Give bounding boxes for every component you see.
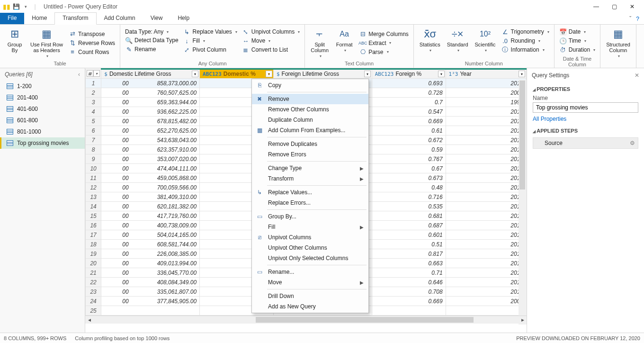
cell-foreign-pct[interactable] [372, 306, 446, 316]
cell-year[interactable]: 2011 [446, 192, 526, 202]
type-icon[interactable]: $ [277, 71, 280, 77]
hscroll-right-icon[interactable]: ▸ [519, 316, 527, 324]
format-button[interactable]: AaFormat [333, 27, 355, 59]
cell-year[interactable]: 2018 [446, 287, 526, 297]
cell-foreign-pct[interactable]: 0.61 [372, 126, 446, 135]
cell-year[interactable]: 2019 [446, 164, 526, 173]
type-icon[interactable]: $ [104, 71, 107, 77]
cell-domestic-gross[interactable]: 00 700,059,566.00 [101, 183, 200, 192]
menu-item-unpivot-other-columns[interactable]: Unpivot Other Columns [252, 243, 368, 253]
cell-foreign-pct[interactable]: 0.716 [372, 192, 446, 202]
scientific-button[interactable]: 10²Scientific [473, 27, 498, 55]
split-column-button[interactable]: ⫟Split Column [309, 27, 331, 59]
queries-collapse-icon[interactable]: ‹ [78, 71, 80, 78]
cell-domestic-gross[interactable]: 00 936,662,225.00 [101, 107, 200, 117]
save-icon[interactable]: 💾 [12, 3, 20, 10]
menu-item-add-column-from-examples[interactable]: ▦Add Column From Examples... [252, 125, 368, 135]
cell-foreign-pct[interactable]: 0.767 [372, 154, 446, 164]
tab-help[interactable]: Help [170, 13, 197, 24]
tab-view[interactable]: View [143, 13, 170, 24]
date-button[interactable]: 📅Date [558, 27, 596, 36]
cell-domestic-gross[interactable]: 00 543,638,043.00 [101, 135, 200, 145]
tab-add-column[interactable]: Add Column [97, 13, 143, 24]
menu-item-duplicate-column[interactable]: Duplicate Column [252, 115, 368, 125]
cell-foreign-pct[interactable]: 0.48 [372, 183, 446, 192]
menu-item-remove-duplicates[interactable]: Remove Duplicates [252, 139, 368, 149]
query-name-input[interactable] [533, 102, 638, 113]
cell-domestic-gross[interactable]: 00 760,507,625.00 [101, 88, 200, 98]
query-item[interactable]: 801-1000 [0, 126, 85, 137]
use-first-row-headers-button[interactable]: ▦ Use First Row as Headers [28, 27, 65, 59]
cell-year[interactable]: 2018 [446, 211, 526, 221]
gear-icon[interactable]: ⚙ [630, 140, 635, 146]
query-item[interactable]: 601-800 [0, 115, 85, 126]
cell-domestic-gross[interactable]: 00 226,008,385.00 [101, 249, 200, 259]
applied-step-source[interactable]: Source ⚙ [533, 137, 638, 149]
cell-year[interactable]: 2015 [446, 154, 526, 164]
cell-year[interactable]: 2017 [446, 230, 526, 240]
cell-foreign-pct[interactable]: 0.673 [372, 173, 446, 183]
cell-year[interactable]: 2015 [446, 268, 526, 278]
column-header-year[interactable]: 1²3Year▾ [446, 69, 526, 79]
move-button[interactable]: ↔Move [241, 36, 301, 45]
cell-domestic-gross[interactable]: 00 678,815,482.00 [101, 117, 200, 126]
cell-year[interactable] [446, 306, 526, 316]
rename-button[interactable]: ✎Rename [124, 45, 179, 54]
cell-domestic-gross[interactable]: 00 652,270,625.00 [101, 126, 200, 135]
maximize-button[interactable]: ▢ [611, 3, 617, 10]
cell-domestic-gross[interactable]: 00 504,014,165.00 [101, 230, 200, 240]
cell-year[interactable]: 2003 [446, 297, 526, 306]
cell-foreign-pct[interactable]: 0.535 [372, 202, 446, 211]
query-item[interactable]: 1-200 [0, 81, 85, 92]
cell-foreign-pct[interactable]: 0.59 [372, 145, 446, 154]
menu-item-remove-errors[interactable]: Remove Errors [252, 149, 368, 160]
tab-transform[interactable]: Transform [54, 12, 96, 25]
cell-year[interactable]: 2019 [446, 79, 526, 88]
menu-item-move[interactable]: Move▶ [252, 277, 368, 288]
cell-foreign-pct[interactable]: 0.728 [372, 88, 446, 98]
menu-item-remove[interactable]: ✖Remove [252, 94, 368, 104]
cell-domestic-gross[interactable]: 00 858,373,000.00 [101, 79, 200, 88]
menu-item-replace-errors[interactable]: Replace Errors... [252, 198, 368, 208]
cell-domestic-gross[interactable]: 00 623,357,910.00 [101, 145, 200, 154]
merge-columns-button[interactable]: ⊟Merge Columns [358, 30, 410, 38]
cell-foreign-pct[interactable]: 0.7 [372, 98, 446, 107]
count-rows-button[interactable]: ≡Count Rows [68, 48, 116, 56]
cell-year[interactable]: 2015 [446, 107, 526, 117]
group-by-button[interactable]: ⊞ Group By [4, 27, 26, 59]
filter-dropdown-icon[interactable]: ▾ [266, 71, 272, 77]
column-header-domestic-pct[interactable]: ABC123Domestic %▾ [200, 69, 274, 79]
filter-dropdown-icon[interactable]: ▾ [364, 71, 371, 77]
transpose-button[interactable]: ⇄Transpose [68, 30, 116, 38]
table-menu-icon[interactable]: ▦ [87, 70, 93, 77]
cell-domestic-gross[interactable]: 00 335,061,807.00 [101, 287, 200, 297]
cell-year[interactable]: 2009 [446, 88, 526, 98]
settings-close-icon[interactable]: ✕ [635, 72, 639, 79]
cell-foreign-pct[interactable]: 0.687 [372, 221, 446, 230]
cell-year[interactable]: 2018 [446, 183, 526, 192]
standard-button[interactable]: ÷×Standard [445, 27, 470, 55]
column-header-foreign-pct[interactable]: ABC123Foreign %▾ [372, 69, 446, 79]
replace-values-button[interactable]: ↳Replace Values [182, 27, 238, 36]
cell-domestic-gross[interactable]: 00 377,845,905.00 [101, 297, 200, 306]
menu-item-drill-down[interactable]: Drill Down [252, 291, 368, 301]
menu-item-add-as-new-query[interactable]: Add as New Query [252, 301, 368, 312]
extract-button[interactable]: ABCExtract [358, 39, 410, 47]
cell-foreign-pct[interactable]: 0.646 [372, 278, 446, 287]
cell-foreign-pct[interactable]: 0.67 [372, 164, 446, 173]
table-dropdown-icon[interactable]: ▾ [93, 70, 100, 77]
cell-domestic-gross[interactable]: 00 459,005,868.00 [101, 173, 200, 183]
type-icon[interactable]: ABC123 [203, 71, 222, 77]
query-item[interactable]: Top grossing movies [0, 137, 85, 149]
cell-year[interactable]: 2018 [446, 117, 526, 126]
qat-dropdown-icon[interactable]: ▾ [22, 3, 29, 10]
column-header-rownum[interactable]: ▦▾ [86, 69, 101, 79]
duration-button[interactable]: ⏱Duration [558, 45, 596, 54]
unpivot-columns-button[interactable]: ⤡Unpivot Columns [241, 27, 301, 36]
menu-item-unpivot-only-selected-columns[interactable]: Unpivot Only Selected Columns [252, 253, 368, 263]
menu-item-fill[interactable]: Fill▶ [252, 222, 368, 232]
cell-year[interactable]: 2016 [446, 278, 526, 287]
cell-domestic-gross[interactable]: 00 620,181,382.00 [101, 202, 200, 211]
all-properties-link[interactable]: All Properties [533, 116, 566, 122]
cell-year[interactable]: 1997 [446, 98, 526, 107]
